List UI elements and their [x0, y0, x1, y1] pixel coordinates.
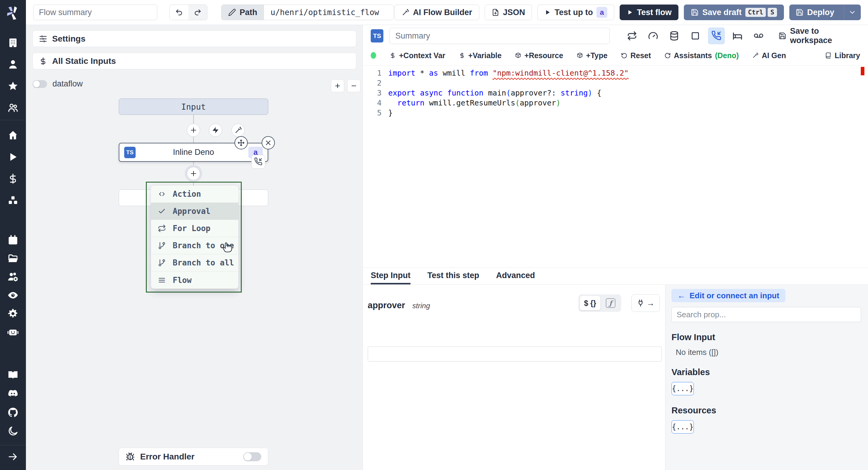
- rail-building-button[interactable]: [4, 37, 22, 49]
- rail-folder-button[interactable]: [4, 252, 22, 264]
- rail-home-button[interactable]: [4, 129, 22, 141]
- code-line[interactable]: import * as wmill from "npm:windmill-cli…: [381, 68, 629, 78]
- menu-item-for-loop[interactable]: For Loop: [151, 220, 239, 237]
- action--resource-button[interactable]: +Resource: [515, 51, 563, 60]
- ai-flow-builder-button[interactable]: AI Flow Builder: [395, 4, 479, 20]
- path-button[interactable]: Path: [221, 5, 264, 20]
- ai-generate-step-button[interactable]: [231, 124, 245, 137]
- rail-users-button[interactable]: [4, 102, 22, 114]
- action-assistants-button[interactable]: Assistants(Deno): [664, 51, 739, 60]
- tool-phone-in-button[interactable]: [708, 27, 725, 44]
- calendar-icon: [7, 234, 19, 246]
- trigger-button[interactable]: [209, 124, 222, 137]
- prop-search-input[interactable]: [672, 307, 861, 322]
- rail-calendar-button[interactable]: [4, 234, 22, 246]
- action--variable-button[interactable]: +Variable: [459, 51, 502, 60]
- tool-voicemail-button[interactable]: [750, 27, 767, 44]
- tool-gauge-button[interactable]: [645, 27, 661, 44]
- tab-step-input[interactable]: Step Input: [371, 268, 410, 284]
- rail-eye-button[interactable]: [4, 289, 22, 301]
- suspend-step-badge[interactable]: [251, 155, 265, 169]
- action-reset-button[interactable]: Reset: [621, 51, 651, 60]
- tool-database-button[interactable]: [666, 27, 683, 44]
- json-button[interactable]: JSON: [485, 4, 532, 20]
- save-draft-button[interactable]: Save draft CtrlS: [684, 4, 784, 20]
- wand-icon: [401, 8, 409, 16]
- field-type: string: [412, 302, 430, 310]
- tool-square-button[interactable]: [687, 27, 704, 44]
- prop-section-variables: Variables{...}: [672, 367, 861, 395]
- approver-value-input[interactable]: [368, 346, 662, 362]
- rail-users-cog-button[interactable]: [4, 271, 22, 283]
- rail-star-button[interactable]: [4, 80, 22, 92]
- action--context-var-button[interactable]: +Context Var: [390, 51, 445, 60]
- play-icon: [544, 9, 551, 15]
- step-summary-input[interactable]: [390, 28, 610, 44]
- rail-moon-button[interactable]: [4, 425, 22, 437]
- code-line[interactable]: export async function main(approver?: st…: [381, 88, 601, 98]
- dollar-icon: [390, 52, 396, 59]
- rail-divider: [0, 445, 26, 445]
- rail-boxes-button[interactable]: [4, 194, 22, 207]
- discord-icon: [7, 388, 19, 400]
- error-handler-toggle[interactable]: [243, 452, 261, 461]
- tab-advanced[interactable]: Advanced: [496, 268, 535, 284]
- connect-input-button[interactable]: →: [631, 294, 660, 312]
- deploy-button[interactable]: Deploy: [789, 5, 840, 20]
- menu-item-label: For Loop: [173, 224, 210, 233]
- flow-graph-panel: Settings All Static Inputs dataflow + − …: [26, 25, 363, 470]
- settings-row[interactable]: Settings: [33, 30, 356, 47]
- menu-item-branch-to-all[interactable]: Branch to all: [151, 254, 239, 272]
- rotate-ccw-icon: [621, 52, 627, 59]
- code-line[interactable]: [381, 78, 388, 88]
- edit-or-connect-button[interactable]: ← Edit or connect an input: [672, 289, 785, 302]
- flow-summary-input[interactable]: [33, 4, 157, 20]
- insert-step-below-button[interactable]: [187, 167, 200, 180]
- redo-button[interactable]: [188, 5, 207, 20]
- action--type-button[interactable]: +Type: [577, 51, 608, 60]
- delete-step-button[interactable]: [261, 136, 275, 150]
- library-label: Library: [835, 51, 860, 60]
- rail-user-button[interactable]: [4, 58, 22, 70]
- tool-repeat-button[interactable]: [624, 27, 641, 44]
- rail-github-button[interactable]: [4, 406, 22, 418]
- tool-bed-button[interactable]: [729, 27, 746, 44]
- menu-item-flow[interactable]: Flow: [151, 272, 239, 289]
- rail-settings-gear-button[interactable]: [4, 308, 22, 320]
- rail-dollar-button[interactable]: [4, 173, 22, 185]
- dataflow-toggle[interactable]: [33, 80, 47, 88]
- rail-discord-button[interactable]: [4, 388, 22, 400]
- menu-item-approval[interactable]: Approval: [151, 203, 239, 220]
- action-ai-gen-button[interactable]: AI Gen: [752, 51, 786, 60]
- insert-step-button[interactable]: [187, 124, 200, 137]
- rail-book-open-button[interactable]: [4, 369, 22, 381]
- zoom-out-button[interactable]: −: [347, 79, 361, 92]
- save-to-workspace-button[interactable]: Save to workspace: [778, 27, 860, 45]
- rail-arrow-right-button[interactable]: [4, 451, 22, 463]
- expression-mode-toggle[interactable]: $ {}: [580, 296, 600, 310]
- test-flow-button[interactable]: Test flow: [620, 4, 678, 20]
- all-static-inputs-row[interactable]: All Static Inputs: [33, 53, 356, 69]
- prop-object-chip[interactable]: {...}: [672, 382, 694, 395]
- undo-button[interactable]: [170, 5, 188, 20]
- rail-play-button[interactable]: [4, 151, 22, 163]
- insert-menu-frame: ActionApprovalFor LoopBranch to oneBranc…: [146, 182, 242, 292]
- zoom-in-button[interactable]: +: [331, 79, 344, 92]
- deploy-more-button[interactable]: [844, 5, 861, 20]
- test-up-to-button[interactable]: Test up to a: [537, 4, 614, 20]
- code-line[interactable]: }: [381, 108, 393, 118]
- play-icon: [627, 9, 633, 15]
- tab-test-this-step[interactable]: Test this step: [427, 268, 479, 284]
- menu-item-action[interactable]: Action: [151, 186, 239, 203]
- library-button[interactable]: Library: [825, 51, 860, 60]
- code-editor[interactable]: 1import * as wmill from "npm:windmill-cl…: [363, 65, 868, 268]
- flow-input-node[interactable]: Input: [119, 98, 268, 115]
- rail-group-top: [4, 37, 22, 114]
- function-mode-toggle[interactable]: ƒ: [601, 296, 620, 310]
- rail-robot-button[interactable]: [4, 326, 22, 338]
- prop-object-chip[interactable]: {...}: [672, 420, 694, 434]
- path-control[interactable]: Path u/henri/optimistic_flow: [221, 4, 394, 20]
- windmill-logo[interactable]: [0, 0, 26, 26]
- move-step-button[interactable]: [235, 136, 248, 150]
- code-line[interactable]: return wmill.getResumeUrls(approver): [381, 98, 561, 108]
